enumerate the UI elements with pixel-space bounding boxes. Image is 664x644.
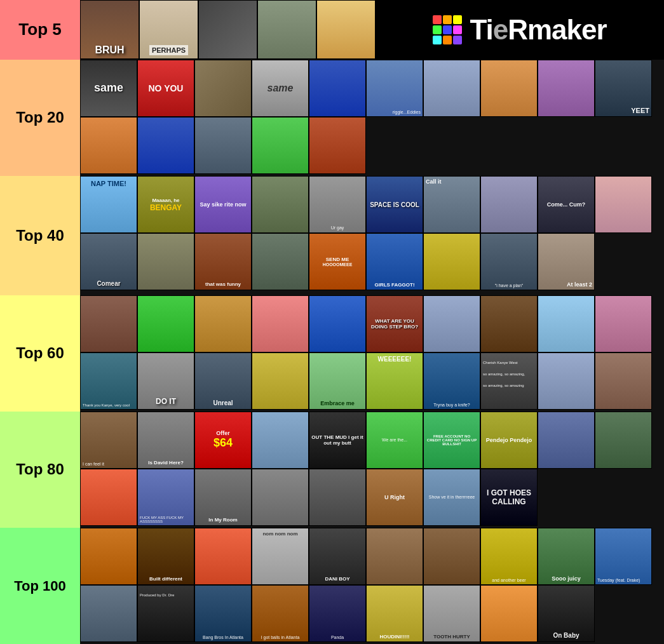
meme-top60-19[interactable] (538, 352, 595, 410)
meme-top60-20[interactable] (595, 352, 652, 410)
meme-top100-3[interactable] (194, 528, 252, 585)
meme-pendejo[interactable]: Pendejo Pendejo (480, 412, 538, 469)
meme-fuck-my-ass[interactable]: FUCK MY ASS FUCK MY ASSSSSSSS (137, 469, 194, 526)
tiermaker-logo: TieRmaker (433, 14, 606, 46)
meme-top20-15[interactable] (309, 117, 366, 174)
meme-dani-boy[interactable]: DANI BOY (309, 528, 366, 585)
meme-tooth-hurty[interactable]: TOOTH HURTY (423, 585, 480, 642)
meme-say-sike[interactable]: Say sike rite now (194, 176, 252, 233)
meme-that-was-funny[interactable]: that was funny (194, 233, 252, 290)
meme-top100-1[interactable] (80, 528, 137, 585)
meme-5[interactable] (316, 0, 376, 59)
meme-kanye-amazing[interactable]: Cherish Kanye Westso amazing, so amazing… (480, 352, 538, 410)
meme-top100-7[interactable] (423, 528, 480, 585)
meme-show-ve-it[interactable]: Show ve it in therrrreee (423, 469, 480, 526)
meme-top20-14[interactable] (252, 117, 309, 174)
meme-nap-time[interactable]: NAP TIME! (80, 176, 137, 233)
top20-row: Top 20 same NO YOU same riggle...Eddies … (0, 60, 664, 176)
meme-top40-14[interactable] (252, 233, 309, 290)
meme-houdini[interactable]: HOUDINI!!!!! (366, 585, 423, 642)
meme-top60-5[interactable] (309, 295, 366, 352)
meme-top60-1[interactable] (80, 295, 137, 352)
meme-top20-13[interactable] (194, 117, 252, 174)
meme-girls-faggot[interactable]: GIRLS FAGGOT! (366, 233, 423, 290)
meme-top80-15[interactable] (309, 469, 366, 526)
meme-riggle[interactable]: riggle...Eddies (366, 60, 423, 117)
meme-offer-64[interactable]: Offer$64 (194, 412, 252, 469)
meme-top20-12[interactable] (137, 117, 194, 174)
meme-we-are-the[interactable]: We are the... (366, 412, 423, 469)
meme-unreal[interactable]: Unreal (194, 352, 252, 410)
meme-top100-6[interactable] (366, 528, 423, 585)
meme-produced-by-dre[interactable]: Produced by Dr. Dre (137, 585, 194, 642)
meme-kanye-cool[interactable]: Thank you Kanye, very cool (80, 352, 137, 410)
meme-another-beer[interactable]: and another beer (480, 528, 538, 585)
meme-top60-4[interactable] (252, 295, 309, 352)
meme-step-bro[interactable]: WHAT ARE YOU DOING STEP BRO? (366, 295, 423, 352)
meme-perhaps[interactable]: PERHAPS (139, 0, 198, 59)
meme-top20-1[interactable]: same (80, 60, 137, 117)
meme-sooo-juicy[interactable]: Sooo juicy (538, 528, 595, 585)
meme-at-least-2[interactable]: At least 2 (538, 233, 595, 290)
meme-in-my-room[interactable]: In My Room (194, 469, 252, 526)
meme-top20-7[interactable] (423, 60, 480, 117)
meme-i-got-hoes-calling[interactable]: I GOT HOES CALLING (480, 469, 538, 526)
tiermaker-logo-area: TieRmaker (376, 0, 664, 60)
meme-nom-nom[interactable]: nom nom nom (252, 528, 309, 585)
meme-top40-5[interactable]: Ur gay (309, 176, 366, 233)
meme-tuesday[interactable]: Tuesday (feat. Drake) (595, 528, 652, 585)
meme-top40-17[interactable] (423, 233, 480, 290)
meme-top40-8[interactable] (480, 176, 538, 233)
meme-top40-4[interactable] (252, 176, 309, 233)
meme-top60-8[interactable] (480, 295, 538, 352)
meme-space-is-cool[interactable]: SPACE IS COOL (366, 176, 423, 233)
meme-built-different[interactable]: Built different (137, 528, 194, 585)
top100-images: Built different nom nom nom DANI BOY and… (80, 528, 664, 644)
meme-top20-8[interactable] (480, 60, 538, 117)
meme-top20-9[interactable] (538, 60, 595, 117)
meme-embrace-me[interactable]: Embrace me (309, 352, 366, 410)
meme-i-got-balls[interactable]: I got balls in Atlanta (252, 585, 309, 642)
meme-bengay[interactable]: Maaaan, heBENGAY (137, 176, 194, 233)
meme-yeet[interactable]: YEET (595, 60, 652, 117)
meme-top80-14[interactable] (252, 469, 309, 526)
meme-call-it[interactable]: Call it (423, 176, 480, 233)
meme-top20-11[interactable] (80, 117, 137, 174)
meme-3[interactable] (198, 0, 257, 59)
meme-top20-5[interactable] (309, 60, 366, 117)
meme-top80-11[interactable] (80, 469, 137, 526)
meme-do-it[interactable]: DO IT (137, 352, 194, 410)
meme-u-right[interactable]: U Right (366, 469, 423, 526)
meme-out-the-mud[interactable]: OUT THE MUD I get it out my butt (309, 412, 366, 469)
meme-weeeee[interactable]: WEEEEEE! (366, 352, 423, 410)
meme-send-me-home[interactable]: SEND MEHOOOOMEEE (309, 233, 366, 290)
meme-top60-10[interactable] (595, 295, 652, 352)
meme-top80-10[interactable] (595, 412, 652, 469)
meme-top20-3[interactable] (194, 60, 252, 117)
meme-top60-7[interactable] (423, 295, 480, 352)
meme-panda[interactable]: Panda (309, 585, 366, 642)
meme-bruh[interactable]: BRUH (80, 0, 139, 59)
meme-on-baby[interactable]: On Baby (538, 585, 595, 642)
meme-top60-9[interactable] (538, 295, 595, 352)
meme-no-you[interactable]: NO YOU (137, 60, 194, 117)
meme-top100-11[interactable] (80, 585, 137, 642)
meme-comear[interactable]: Comear (80, 233, 137, 290)
meme-can-feel-it[interactable]: I can feel it (80, 412, 137, 469)
meme-top80-4[interactable] (252, 412, 309, 469)
meme-top60-2[interactable] (137, 295, 194, 352)
meme-top60-3[interactable] (194, 295, 252, 352)
meme-free-account[interactable]: FREE ACCOUNT NO CREDIT CARD NO SIGN UP B… (423, 412, 480, 469)
meme-tryna-buy-knife[interactable]: Tryna buy a knife? (423, 352, 480, 410)
meme-bang-bros-atlanta[interactable]: Bang Bros In Atlanta (194, 585, 252, 642)
meme-top60-14[interactable] (252, 352, 309, 410)
meme-top40-10[interactable] (595, 176, 652, 233)
meme-have-a-plan[interactable]: "i have a plan" (480, 233, 538, 290)
meme-top80-9[interactable] (538, 412, 595, 469)
meme-top40-12[interactable] (137, 233, 194, 290)
meme-is-david-here[interactable]: Is David Here? (137, 412, 194, 469)
meme-same2[interactable]: same (252, 60, 309, 117)
meme-come-cum[interactable]: Come... Cum? (538, 176, 595, 233)
meme-top100-18[interactable] (480, 585, 538, 642)
meme-4[interactable] (257, 0, 316, 59)
